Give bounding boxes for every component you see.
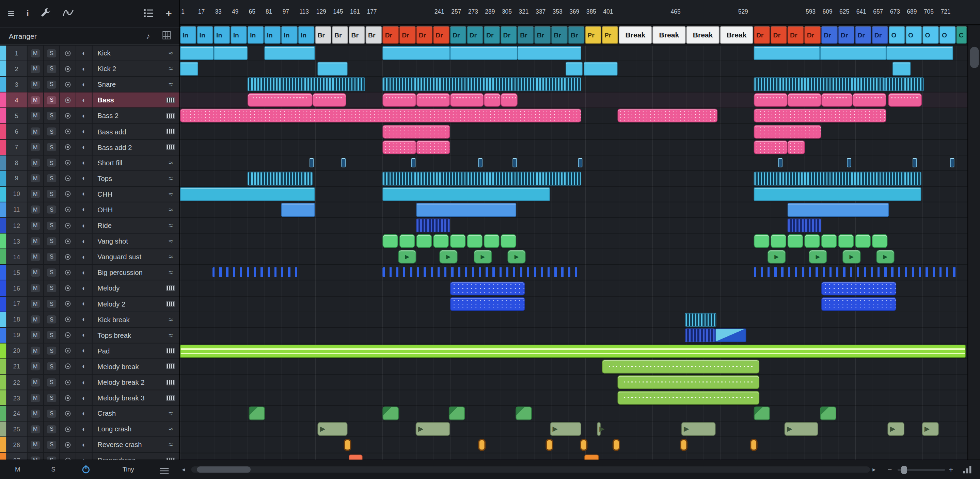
track-name[interactable]: Melody [92, 281, 162, 296]
clip[interactable] [382, 46, 450, 60]
solo-button[interactable]: S [44, 390, 60, 405]
arranger-section-dr[interactable]: Dr [399, 26, 416, 44]
track-name[interactable]: Vang shot [92, 234, 162, 249]
clip[interactable] [478, 439, 485, 450]
clip[interactable] [416, 422, 450, 436]
clip[interactable] [344, 439, 352, 450]
clip[interactable] [788, 93, 821, 107]
clip[interactable] [617, 391, 759, 404]
track-name[interactable]: Bass add 2 [92, 140, 162, 154]
solo-button[interactable]: S [44, 312, 60, 327]
clip[interactable] [950, 158, 955, 167]
clip[interactable] [382, 171, 581, 185]
monitor-button[interactable]: ◐ [76, 406, 92, 421]
record-arm-button[interactable] [60, 92, 76, 108]
arranger-section-dr[interactable]: Dr [754, 26, 770, 44]
clip[interactable] [617, 375, 759, 389]
record-arm-button[interactable] [60, 234, 76, 249]
clip[interactable] [349, 454, 362, 459]
clip[interactable] [784, 422, 818, 436]
clip[interactable] [566, 62, 582, 76]
track-name[interactable]: Melody 2 [92, 296, 162, 311]
solo-button[interactable]: S [44, 406, 60, 421]
clip[interactable] [680, 439, 687, 450]
clip[interactable] [809, 250, 827, 264]
vertical-scrollbar[interactable] [967, 25, 980, 460]
arranger-section-dr[interactable]: Dr [382, 26, 399, 44]
track-list-icon[interactable] [144, 8, 154, 18]
music-note-icon[interactable]: ♪ [146, 31, 150, 41]
global-solo-button[interactable]: S [51, 466, 56, 473]
clip[interactable] [754, 125, 821, 138]
clip[interactable] [886, 46, 953, 60]
arranger-section-o[interactable]: O [923, 26, 939, 44]
clip[interactable] [518, 46, 581, 60]
arranger-section-dr[interactable]: Dr [872, 26, 888, 44]
clip[interactable] [922, 422, 939, 436]
monitor-button[interactable]: ◐ [76, 265, 92, 280]
zoom-slider-thumb[interactable] [901, 466, 907, 474]
solo-button[interactable]: S [44, 265, 60, 280]
record-arm-button[interactable] [60, 343, 76, 358]
solo-button[interactable]: S [44, 249, 60, 264]
track-name[interactable]: Kick [92, 46, 162, 60]
solo-button[interactable]: S [44, 374, 60, 390]
mute-button[interactable]: M [28, 171, 44, 186]
mute-button[interactable]: M [28, 140, 44, 154]
monitor-button[interactable]: ◐ [76, 422, 92, 436]
solo-button[interactable]: S [44, 218, 60, 233]
arranger-section-dr[interactable]: Dr [838, 26, 854, 44]
monitor-button[interactable]: ◐ [76, 140, 92, 154]
clip[interactable] [754, 406, 770, 420]
arranger-section-break[interactable]: Break [720, 26, 753, 44]
grid-view-icon[interactable] [162, 31, 170, 41]
monitor-button[interactable]: ◐ [76, 249, 92, 264]
monitor-button[interactable]: ◐ [76, 343, 92, 358]
clip[interactable] [248, 93, 313, 107]
clip[interactable] [767, 250, 786, 264]
mute-button[interactable]: M [28, 218, 44, 233]
menu-icon[interactable]: ≡ [8, 8, 14, 19]
solo-button[interactable]: S [44, 234, 60, 249]
arranger-section-dr[interactable]: Dr [788, 26, 804, 44]
clip[interactable] [754, 235, 770, 248]
track-name[interactable]: Ride [92, 218, 162, 233]
clip[interactable] [888, 422, 904, 436]
clip[interactable] [754, 187, 921, 201]
track-size-selector[interactable]: Tiny [123, 466, 134, 473]
record-arm-button[interactable] [60, 140, 76, 154]
clip[interactable] [754, 46, 820, 60]
clip[interactable] [248, 171, 313, 185]
mute-button[interactable]: M [28, 46, 44, 60]
horizontal-scrollbar[interactable] [191, 466, 870, 473]
monitor-button[interactable]: ◐ [76, 202, 92, 217]
mute-button[interactable]: M [28, 124, 44, 139]
zoom-out-icon[interactable]: − [888, 465, 892, 474]
record-arm-button[interactable] [60, 374, 76, 390]
track-name[interactable]: Bass [92, 92, 162, 108]
solo-button[interactable]: S [44, 108, 60, 123]
clip[interactable] [213, 267, 300, 277]
vertical-scrollbar-thumb[interactable] [970, 47, 979, 68]
monitor-button[interactable]: ◐ [76, 92, 92, 108]
clip[interactable] [788, 235, 803, 248]
track-name[interactable]: Snare [92, 77, 162, 92]
arranger-section-dr[interactable]: Dr [416, 26, 433, 44]
clip[interactable] [416, 203, 516, 217]
monitor-button[interactable]: ◐ [76, 155, 92, 170]
clip[interactable] [180, 187, 315, 201]
clip[interactable] [478, 158, 482, 167]
list-options-icon[interactable] [160, 466, 169, 477]
global-mute-button[interactable]: M [15, 466, 20, 473]
clip[interactable] [416, 219, 450, 232]
record-arm-button[interactable] [60, 422, 76, 436]
clip[interactable] [612, 439, 620, 450]
arranger-section-in[interactable]: In [248, 26, 264, 44]
track-name[interactable]: Crash [92, 406, 162, 421]
clip[interactable] [913, 158, 917, 167]
mute-button[interactable]: M [28, 374, 44, 390]
monitor-button[interactable]: ◐ [76, 390, 92, 405]
monitor-button[interactable]: ◐ [76, 46, 92, 60]
arranger-section-dr[interactable]: Dr [450, 26, 466, 44]
clip[interactable] [382, 125, 450, 138]
